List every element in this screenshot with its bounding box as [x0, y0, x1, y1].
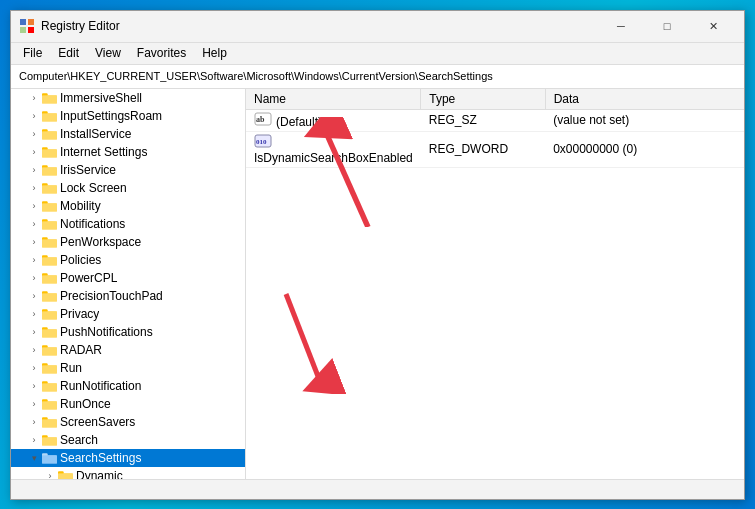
cell-data: 0x00000000 (0)	[545, 131, 744, 167]
folder-icon	[41, 199, 57, 213]
menu-item-edit[interactable]: Edit	[50, 44, 87, 62]
tree-item-RunOnce[interactable]: › RunOnce	[11, 395, 245, 413]
svg-rect-15	[42, 149, 57, 157]
chevron-icon: ›	[27, 219, 41, 229]
tree-item-label: Policies	[60, 253, 101, 267]
tree-item-Notifications[interactable]: › Notifications	[11, 215, 245, 233]
cell-type: REG_SZ	[421, 109, 545, 131]
chevron-icon: ›	[27, 255, 41, 265]
tree-item-RADAR[interactable]: › RADAR	[11, 341, 245, 359]
chevron-icon: ›	[27, 93, 41, 103]
tree-item-InputSettingsRoam[interactable]: › InputSettingsRoam	[11, 107, 245, 125]
tree-item-RunNotification[interactable]: › RunNotification	[11, 377, 245, 395]
tree-item-label: PenWorkspace	[60, 235, 141, 249]
chevron-icon: ›	[27, 345, 41, 355]
close-button[interactable]: ✕	[690, 10, 736, 42]
tree-item-Mobility[interactable]: › Mobility	[11, 197, 245, 215]
cell-name: 010IsDynamicSearchBoxEnabled	[246, 131, 421, 167]
folder-icon	[41, 181, 57, 195]
folder-icon	[41, 235, 57, 249]
svg-rect-48	[42, 347, 57, 355]
menu-item-file[interactable]: File	[15, 44, 50, 62]
chevron-icon: ›	[27, 183, 41, 193]
folder-icon	[41, 343, 57, 357]
menu-item-favorites[interactable]: Favorites	[129, 44, 194, 62]
folder-icon	[41, 127, 57, 141]
svg-rect-21	[42, 185, 57, 193]
svg-rect-60	[42, 419, 57, 427]
chevron-icon: ›	[27, 111, 41, 121]
tree-item-label: InstallService	[60, 127, 131, 141]
tree-item-Privacy[interactable]: › Privacy	[11, 305, 245, 323]
minimize-button[interactable]: ─	[598, 10, 644, 42]
tree-item-SearchSettings[interactable]: ▾ SearchSettings	[11, 449, 245, 467]
svg-rect-24	[42, 203, 57, 211]
maximize-button[interactable]: □	[644, 10, 690, 42]
folder-icon	[57, 469, 73, 479]
registry-tree[interactable]: › ImmersiveShell› InputSettingsRoam› Ins…	[11, 89, 246, 479]
folder-icon	[41, 109, 57, 123]
cell-name: ab(Default)	[246, 109, 421, 131]
svg-rect-27	[42, 221, 57, 229]
tree-item-Dynamic[interactable]: › Dynamic	[11, 467, 245, 479]
folder-icon	[41, 325, 57, 339]
svg-rect-1	[28, 19, 34, 25]
folder-icon	[41, 253, 57, 267]
folder-icon	[41, 397, 57, 411]
menu-item-help[interactable]: Help	[194, 44, 235, 62]
status-bar	[11, 479, 744, 499]
tree-item-PrecisionTouchPad[interactable]: › PrecisionTouchPad	[11, 287, 245, 305]
svg-rect-66	[42, 455, 57, 463]
tree-item-PenWorkspace[interactable]: › PenWorkspace	[11, 233, 245, 251]
col-header-type[interactable]: Type	[421, 89, 545, 110]
folder-icon	[41, 271, 57, 285]
tree-item-Search[interactable]: › Search	[11, 431, 245, 449]
window-title: Registry Editor	[41, 19, 598, 33]
svg-rect-51	[42, 365, 57, 373]
svg-rect-54	[42, 383, 57, 391]
tree-item-LockScreen[interactable]: › Lock Screen	[11, 179, 245, 197]
tree-item-label: ScreenSavers	[60, 415, 135, 429]
folder-icon	[41, 451, 57, 465]
main-area: › ImmersiveShell› InputSettingsRoam› Ins…	[11, 89, 744, 479]
chevron-icon: ›	[27, 327, 41, 337]
tree-item-label: IrisService	[60, 163, 116, 177]
col-header-name[interactable]: Name	[246, 89, 421, 110]
svg-rect-2	[20, 27, 26, 33]
chevron-icon: ›	[27, 435, 41, 445]
tree-item-ScreenSavers[interactable]: › ScreenSavers	[11, 413, 245, 431]
tree-item-label: RunOnce	[60, 397, 111, 411]
tree-item-label: Search	[60, 433, 98, 447]
tree-item-PushNotifications[interactable]: › PushNotifications	[11, 323, 245, 341]
tree-item-label: PrecisionTouchPad	[60, 289, 163, 303]
table-row[interactable]: ab(Default)REG_SZ(value not set)	[246, 109, 744, 131]
tree-item-label: Privacy	[60, 307, 99, 321]
tree-item-ImmersiveShell[interactable]: › ImmersiveShell	[11, 89, 245, 107]
tree-item-IrisService[interactable]: › IrisService	[11, 161, 245, 179]
chevron-icon: ›	[27, 273, 41, 283]
tree-item-InstallService[interactable]: › InstallService	[11, 125, 245, 143]
tree-item-InternetSettings[interactable]: › Internet Settings	[11, 143, 245, 161]
tree-item-label: Notifications	[60, 217, 125, 231]
chevron-icon: ›	[27, 363, 41, 373]
tree-item-label: PushNotifications	[60, 325, 153, 339]
col-header-data[interactable]: Data	[545, 89, 744, 110]
folder-icon	[41, 307, 57, 321]
svg-rect-30	[42, 239, 57, 247]
chevron-icon: ›	[27, 399, 41, 409]
tree-item-PowerCPL[interactable]: › PowerCPL	[11, 269, 245, 287]
tree-item-label: Run	[60, 361, 82, 375]
tree-item-Policies[interactable]: › Policies	[11, 251, 245, 269]
chevron-icon: ›	[27, 165, 41, 175]
values-table: NameTypeData ab(Default)REG_SZ(value not…	[246, 89, 744, 479]
table-row[interactable]: 010IsDynamicSearchBoxEnabledREG_DWORD0x0…	[246, 131, 744, 167]
tree-item-label: Dynamic	[76, 469, 123, 479]
folder-icon	[41, 163, 57, 177]
svg-rect-42	[42, 311, 57, 319]
tree-item-Run[interactable]: › Run	[11, 359, 245, 377]
svg-rect-12	[42, 131, 57, 139]
address-bar: Computer\HKEY_CURRENT_USER\Software\Micr…	[11, 65, 744, 89]
chevron-icon: ›	[27, 201, 41, 211]
menu-item-view[interactable]: View	[87, 44, 129, 62]
chevron-icon: ▾	[27, 453, 41, 463]
